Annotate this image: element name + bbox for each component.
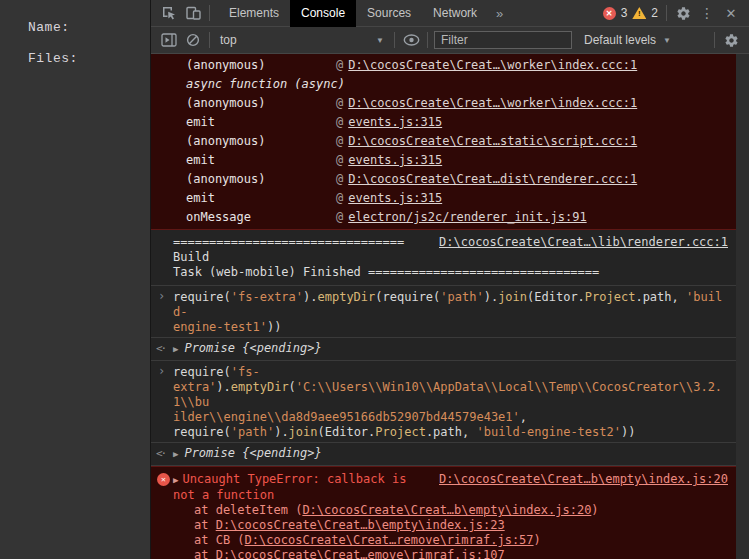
file-link[interactable]: D:\cocosCreate\Creat…emove\rimraf.js:107	[216, 548, 505, 559]
stack-frame-row: (anonymous)@D:\cocosCreate\Creat…static\…	[151, 132, 730, 151]
expand-triangle-icon[interactable]: ▶	[173, 449, 178, 459]
stack-function-name: emit	[186, 113, 336, 132]
at-symbol: @	[336, 151, 343, 170]
kebab-menu-icon[interactable]: ⋮	[695, 1, 719, 25]
code-token: (require(	[375, 290, 440, 304]
page-files-label: Files:	[28, 51, 150, 66]
context-selector-dropdown[interactable]: top ▼	[214, 33, 390, 47]
stack-prefix: at deleteItem (	[194, 503, 302, 517]
code-token: extra'	[173, 380, 216, 394]
code-token: emptyDir	[231, 380, 289, 394]
devtools-header: ElementsConsoleSourcesNetwork » ✕ 3 ! 2 …	[151, 0, 749, 27]
code-token: .path,	[635, 290, 686, 304]
tab-sources[interactable]: Sources	[356, 0, 422, 27]
stack-function-name: emit	[186, 151, 336, 170]
tab-elements[interactable]: Elements	[218, 0, 290, 27]
file-link[interactable]: D:\cocosCreate\Creat…dist\renderer.ccc:1	[348, 170, 637, 189]
return-value-icon: <·	[156, 446, 165, 461]
log-text-line: Task (web-mobile) Finished =============…	[173, 265, 728, 280]
toolbar-separator	[714, 32, 715, 48]
inspect-element-icon[interactable]	[157, 1, 181, 25]
file-link[interactable]: D:\cocosCreate\Creat…\worker\index.ccc:1	[348, 94, 637, 113]
command-code-line: extra').emptyDir('C:\\Users\\Win10\\AppD…	[173, 380, 728, 410]
console-toolbar: top ▼ Default levels ▼	[151, 27, 749, 54]
page-name-label: Name:	[28, 20, 150, 35]
page-background: Name: Files:	[0, 0, 150, 559]
command-code-line: require('fs-extra').emptyDir(require('pa…	[173, 290, 728, 320]
code-token: engine-test1'	[173, 320, 267, 334]
console-log-message: D:\cocosCreate\Creat…\lib\renderer.ccc:1…	[151, 230, 736, 286]
error-header: D:\cocosCreate\Creat…b\empty\index.js:20…	[173, 472, 728, 503]
toolbar-separator	[427, 32, 428, 48]
code-token: .path,	[426, 425, 477, 439]
stack-prefix: at	[194, 518, 216, 532]
file-link[interactable]: events.js:315	[348, 189, 442, 208]
code-token: emptyDir	[318, 290, 376, 304]
header-separator	[209, 5, 210, 21]
console-sidebar-icon[interactable]	[157, 28, 181, 52]
error-source-link[interactable]: D:\cocosCreate\Creat…b\empty\index.js:20	[439, 472, 728, 487]
filter-input[interactable]	[434, 31, 572, 49]
error-badge-icon: ✕	[603, 7, 616, 20]
file-link[interactable]: D:\cocosCreate\Creat…b\empty\index.js:20	[302, 503, 591, 517]
log-levels-value: Default levels	[584, 33, 656, 47]
file-link[interactable]: D:\cocosCreate\Creat…remove\rimraf.js:57	[245, 533, 534, 547]
code-token: require(	[173, 365, 231, 379]
device-toolbar-icon[interactable]	[181, 1, 205, 25]
console-settings-gear-icon[interactable]	[719, 28, 743, 52]
console-error-message: ✕D:\cocosCreate\Creat…b\empty\index.js:2…	[151, 466, 736, 559]
file-link[interactable]: events.js:315	[348, 113, 442, 132]
stack-prefix: at CB (	[194, 533, 245, 547]
code-token: ).	[484, 290, 498, 304]
console-command: ›require('fs-extra').emptyDir(require('p…	[151, 286, 736, 338]
expand-triangle-icon[interactable]: ▶	[173, 344, 178, 354]
stack-function-name: (anonymous)	[186, 56, 336, 75]
code-token: require(	[173, 425, 231, 439]
clear-console-icon[interactable]	[181, 28, 205, 52]
stack-function-name: async function (async)	[186, 75, 345, 94]
console-message-area: (anonymous)@D:\cocosCreate\Creat…\worker…	[151, 54, 749, 559]
close-devtools-icon[interactable]: ✕	[719, 1, 743, 25]
file-link[interactable]: events.js:315	[348, 151, 442, 170]
code-token: (Editor.	[318, 425, 376, 439]
settings-gear-icon[interactable]	[671, 1, 695, 25]
file-link[interactable]: electron/js2c/renderer_init.js:91	[348, 208, 586, 227]
stack-suffix: )	[534, 533, 541, 547]
error-warning-badge[interactable]: ✕ 3 ! 2	[603, 6, 658, 20]
chevron-down-icon: ▼	[376, 36, 384, 45]
log-levels-dropdown[interactable]: Default levels ▼	[584, 33, 671, 47]
warning-badge-icon: !	[632, 7, 646, 19]
live-expression-eye-icon[interactable]	[399, 28, 423, 52]
code-token: ,	[520, 410, 527, 424]
file-link[interactable]: D:\cocosCreate\Creat…b\empty\index.js:23	[216, 518, 505, 532]
command-chevron-icon: ›	[158, 364, 165, 379]
stack-function-name: (anonymous)	[186, 170, 336, 189]
tab-console[interactable]: Console	[290, 0, 356, 27]
code-token: ))	[267, 320, 281, 334]
stack-frame-row: emit@events.js:315	[151, 113, 730, 132]
error-message-text: Uncaught TypeError: callback is not a fu…	[173, 472, 406, 502]
code-token: Project	[585, 290, 636, 304]
code-token: ).	[274, 425, 288, 439]
source-file-link[interactable]: D:\cocosCreate\Creat…\lib\renderer.ccc:1	[439, 235, 728, 250]
more-tabs-button[interactable]: »	[488, 0, 511, 27]
file-link[interactable]: D:\cocosCreate\Creat…\worker\index.ccc:1	[348, 56, 637, 75]
code-token: 'build-engine-test2'	[476, 425, 621, 439]
console-scrollbar[interactable]	[736, 54, 749, 559]
code-token: (	[289, 380, 296, 394]
code-token: ).	[303, 290, 317, 304]
file-link[interactable]: D:\cocosCreate\Creat…static\script.ccc:1	[348, 132, 637, 151]
at-symbol: @	[336, 113, 343, 132]
screen: Name: Files: ElementsConsoleSourcesNetwo…	[0, 0, 749, 559]
at-symbol: @	[336, 56, 343, 75]
devtools-panel: ElementsConsoleSourcesNetwork » ✕ 3 ! 2 …	[150, 0, 749, 559]
code-token: ilder\\engine\\da8d9aee95166db52907bd445…	[173, 410, 520, 424]
code-token: require(	[173, 290, 231, 304]
stack-frame-row: onMessage@electron/js2c/renderer_init.js…	[151, 208, 730, 227]
at-symbol: @	[336, 94, 343, 113]
expand-triangle-icon[interactable]: ▶	[173, 475, 178, 485]
code-token: 'fs-	[231, 365, 260, 379]
tab-network[interactable]: Network	[422, 0, 488, 27]
return-value-icon: <·	[156, 341, 165, 356]
code-token: 'path'	[440, 290, 483, 304]
